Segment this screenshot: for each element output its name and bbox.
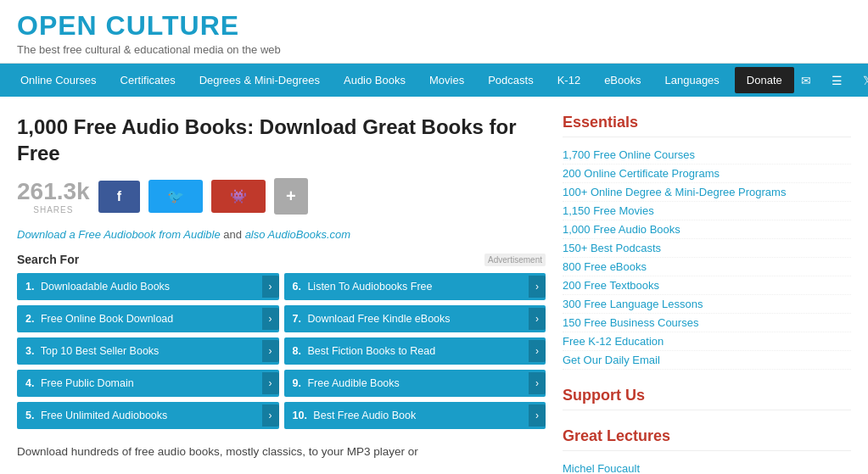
twitter-share-button[interactable]: 🐦 — [148, 180, 203, 213]
essentials-link-2[interactable]: 200 Online Certificate Programs — [563, 165, 851, 183]
search-grid: 1. Downloadable Audio Books › 6. Listen … — [17, 273, 546, 429]
support-heading: Support Us — [563, 387, 851, 410]
reddit-share-icon: 👾 — [230, 188, 247, 204]
ad-label: Advertisement — [484, 254, 546, 266]
audiobooks-link[interactable]: also AudioBooks.com — [245, 228, 351, 241]
rss-icon[interactable]: ☰ — [825, 69, 849, 92]
facebook-share-button[interactable]: f — [98, 181, 140, 213]
chevron-right-icon: › — [262, 340, 279, 362]
essentials-link-12[interactable]: Get Our Daily Email — [563, 351, 851, 370]
chevron-right-icon: › — [262, 404, 279, 427]
essentials-link-3[interactable]: 100+ Online Degree & Mini-Degree Program… — [563, 183, 851, 202]
site-title[interactable]: OPEN CULTURE — [17, 10, 851, 42]
more-share-button[interactable]: + — [274, 178, 308, 215]
nav-item-online-courses[interactable]: Online Courses — [8, 64, 109, 97]
essentials-heading: Essentials — [563, 114, 851, 137]
nav-item-degrees[interactable]: Degrees & Mini-Degrees — [188, 64, 332, 97]
search-item-9[interactable]: 9. Free Audible Books › — [284, 370, 546, 397]
article-body: Download hundreds of free audio books, m… — [17, 443, 546, 461]
reddit-share-button[interactable]: 👾 — [211, 180, 266, 213]
essentials-link-10[interactable]: 150 Free Business Courses — [563, 314, 851, 332]
search-item-6[interactable]: 6. Listen To Audiobooks Free › — [284, 273, 546, 300]
share-bar: 261.3k SHARES f 🐦 👾 + — [17, 178, 546, 215]
facebook-share-icon: f — [117, 189, 121, 204]
search-item-10[interactable]: 10. Best Free Audio Book › — [284, 402, 546, 429]
nav-item-k12[interactable]: K-12 — [546, 64, 592, 97]
essentials-link-4[interactable]: 1,150 Free Movies — [563, 202, 851, 220]
nav-item-certificates[interactable]: Certificates — [109, 64, 188, 97]
essentials-link-7[interactable]: 800 Free eBooks — [563, 258, 851, 276]
essentials-link-6[interactable]: 150+ Best Podcasts — [563, 239, 851, 258]
great-lectures-heading: Great Lectures — [563, 427, 851, 451]
nav-item-movies[interactable]: Movies — [417, 64, 476, 97]
essentials-link-9[interactable]: 300 Free Language Lessons — [563, 295, 851, 314]
chevron-right-icon: › — [262, 372, 279, 394]
email-icon[interactable]: ✉ — [794, 69, 818, 92]
nav-item-languages[interactable]: Languages — [653, 64, 731, 97]
search-label: Search For — [17, 253, 79, 266]
search-item-4[interactable]: 4. Free Public Domain › — [17, 370, 279, 397]
chevron-right-icon: › — [529, 404, 546, 427]
nav-item-audio-books[interactable]: Audio Books — [332, 64, 417, 97]
nav-item-podcasts[interactable]: Podcasts — [476, 64, 545, 97]
twitter-share-icon: 🐦 — [167, 188, 184, 204]
support-section: Support Us — [563, 387, 851, 410]
share-count: 261.3k SHARES — [17, 178, 90, 215]
essentials-link-1[interactable]: 1,700 Free Online Courses — [563, 146, 851, 165]
audible-link[interactable]: Download a Free Audiobook from Audible — [17, 228, 221, 241]
audible-promo: Download a Free Audiobook from Audible a… — [17, 228, 546, 241]
article-title: 1,000 Free Audio Books: Download Great B… — [17, 114, 546, 166]
chevron-right-icon: › — [529, 372, 546, 394]
search-item-3[interactable]: 3. Top 10 Best Seller Books › — [17, 337, 279, 365]
essentials-section: Essentials 1,700 Free Online Courses 200… — [563, 114, 851, 370]
search-item-1[interactable]: 1. Downloadable Audio Books › — [17, 273, 279, 300]
chevron-right-icon: › — [262, 308, 279, 330]
search-item-5[interactable]: 5. Free Unlimited Audiobooks › — [17, 402, 279, 429]
essentials-link-8[interactable]: 200 Free Textbooks — [563, 276, 851, 295]
chevron-right-icon: › — [529, 340, 546, 362]
chevron-right-icon: › — [262, 276, 279, 298]
nav-item-ebooks[interactable]: eBooks — [592, 64, 652, 97]
more-share-icon: + — [286, 187, 296, 206]
search-item-2[interactable]: 2. Free Online Book Download › — [17, 305, 279, 332]
essentials-link-11[interactable]: Free K-12 Education — [563, 332, 851, 351]
lecture-link-1[interactable]: Michel Foucault — [563, 460, 851, 474]
chevron-right-icon: › — [529, 276, 546, 298]
great-lectures-section: Great Lectures Michel Foucault Sun Ra at… — [563, 427, 851, 474]
essentials-link-5[interactable]: 1,000 Free Audio Books — [563, 220, 851, 239]
site-tagline: The best free cultural & educational med… — [17, 43, 851, 56]
search-item-7[interactable]: 7. Download Free Kindle eBooks › — [284, 305, 546, 332]
nav-item-donate[interactable]: Donate — [735, 67, 794, 93]
twitter-icon[interactable]: 𝕏 — [856, 69, 868, 92]
chevron-right-icon: › — [529, 308, 546, 330]
search-item-8[interactable]: 8. Best Fiction Books to Read › — [284, 337, 546, 365]
